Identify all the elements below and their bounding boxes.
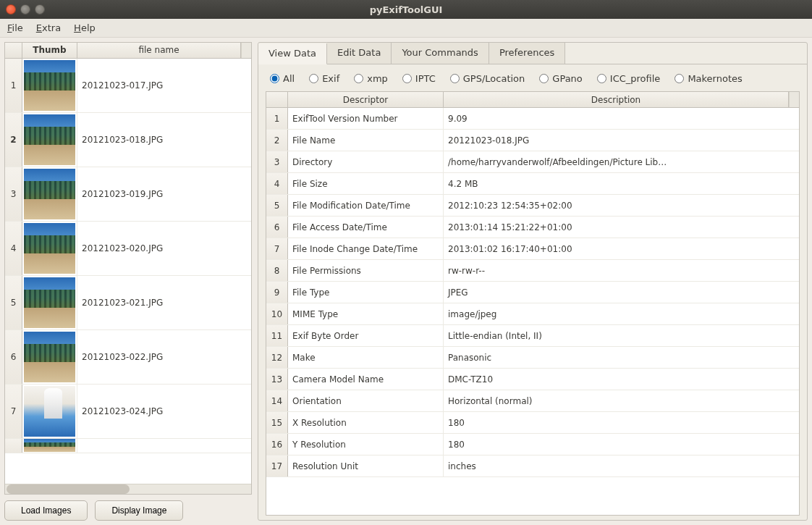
description-cell[interactable]: Panasonic [444,347,799,368]
descriptor-cell[interactable]: File Permissions [288,260,444,281]
thumbnail[interactable] [22,59,77,112]
radio-icon[interactable] [354,74,363,83]
thumbnail[interactable] [22,167,77,221]
description-cell[interactable]: JPEG [444,282,799,303]
thumbnail[interactable] [22,385,77,438]
file-name-cell[interactable]: 20121023-022.JPG [77,330,251,384]
table-row[interactable]: 9File TypeJPEG [266,282,799,303]
tab-your-commands[interactable]: Your Commands [392,43,489,64]
filter-exif[interactable]: Exif [309,73,339,84]
filter-iptc[interactable]: IPTC [402,73,436,84]
thumbnail[interactable] [22,330,77,384]
description-cell[interactable]: 180 [444,434,799,455]
descriptor-cell[interactable]: File Inode Change Date/Time [288,238,444,259]
file-row[interactable]: 320121023-019.JPG [5,167,251,222]
filename-header[interactable]: file name [77,43,241,58]
description-cell[interactable]: 9.09 [444,108,799,129]
description-header[interactable]: Description [444,92,789,107]
description-cell[interactable]: Little-endian (Intel, II) [444,325,799,346]
table-row[interactable]: 2File Name20121023-018.JPG [266,130,799,151]
thumbnail[interactable] [22,276,77,329]
filter-xmp[interactable]: xmp [354,73,388,84]
descriptor-cell[interactable]: Directory [288,151,444,172]
menu-extra[interactable]: Extra [36,22,61,33]
description-cell[interactable]: 2013:01:14 15:21:22+01:00 [444,217,799,238]
table-row[interactable]: 11Exif Byte OrderLittle-endian (Intel, I… [266,325,799,347]
close-icon[interactable] [6,4,16,14]
file-name-cell[interactable]: 20121023-017.JPG [77,59,251,112]
descriptor-cell[interactable]: Orientation [288,390,444,411]
table-row[interactable]: 3Directory/home/harryvanderwolf/Afbeeldi… [266,151,799,173]
thumbnail[interactable] [22,222,77,275]
descriptor-cell[interactable]: File Size [288,173,444,194]
table-row[interactable]: 13Camera Model NameDMC-TZ10 [266,369,799,390]
file-name-cell[interactable]: 20121023-021.JPG [77,276,251,329]
horizontal-scrollbar[interactable] [5,484,251,494]
minimize-icon[interactable] [20,4,30,14]
descriptor-cell[interactable]: MIME Type [288,303,444,324]
table-row[interactable]: 4File Size4.2 MB [266,173,799,195]
file-row[interactable]: 120121023-017.JPG [5,59,251,113]
radio-icon[interactable] [402,74,412,83]
descriptor-cell[interactable]: ExifTool Version Number [288,108,444,129]
table-row[interactable]: 15X Resolution180 [266,412,799,434]
filter-gpano[interactable]: GPano [539,73,583,84]
file-name-cell[interactable] [77,439,251,453]
table-row[interactable]: 8File Permissionsrw-rw-r-- [266,260,799,282]
table-row[interactable]: 10MIME Typeimage/jpeg [266,303,799,325]
radio-icon[interactable] [539,74,549,83]
description-cell[interactable]: image/jpeg [444,303,799,324]
description-cell[interactable]: /home/harryvanderwolf/Afbeeldingen/Pictu… [444,151,799,172]
radio-icon[interactable] [597,74,606,83]
descriptor-cell[interactable]: Y Resolution [288,434,444,455]
table-row[interactable]: 17Resolution Unitinches [266,455,799,477]
file-row[interactable]: 620121023-022.JPG [5,330,251,385]
file-name-cell[interactable]: 20121023-019.JPG [77,167,251,221]
description-cell[interactable]: Horizontal (normal) [444,390,799,411]
radio-icon[interactable] [309,74,318,83]
file-row[interactable]: 420121023-020.JPG [5,222,251,276]
thumb-header[interactable]: Thumb [22,43,77,58]
table-row[interactable]: 14OrientationHorizontal (normal) [266,390,799,412]
file-row[interactable]: 520121023-021.JPG [5,276,251,330]
table-row[interactable]: 1ExifTool Version Number9.09 [266,108,799,130]
thumbnail[interactable] [22,439,77,453]
descriptor-cell[interactable]: File Type [288,282,444,303]
menu-help[interactable]: Help [74,22,96,33]
tab-edit-data[interactable]: Edit Data [327,43,392,64]
filter-icc-profile[interactable]: ICC_profile [597,73,661,84]
filter-gps-location[interactable]: GPS/Location [450,73,525,84]
display-image-button[interactable]: Display Image [95,500,183,521]
tab-preferences[interactable]: Preferences [489,43,565,64]
table-row[interactable]: 7File Inode Change Date/Time2013:01:02 1… [266,238,799,260]
table-row[interactable]: 16Y Resolution180 [266,434,799,455]
descriptor-cell[interactable]: Exif Byte Order [288,325,444,346]
radio-icon[interactable] [450,74,460,83]
file-row[interactable] [5,439,251,453]
description-cell[interactable]: DMC-TZ10 [444,369,799,390]
description-cell[interactable]: 20121023-018.JPG [444,130,799,151]
file-name-cell[interactable]: 20121023-020.JPG [77,222,251,275]
file-list-body[interactable]: 120121023-017.JPG220121023-018.JPG320121… [5,59,251,484]
file-name-cell[interactable]: 20121023-018.JPG [77,113,251,167]
descriptor-header[interactable]: Descriptor [288,92,444,107]
file-name-cell[interactable]: 20121023-024.JPG [77,385,251,438]
file-row[interactable]: 720121023-024.JPG [5,385,251,439]
descriptor-cell[interactable]: X Resolution [288,412,444,433]
radio-icon[interactable] [674,74,684,83]
description-cell[interactable]: rw-rw-r-- [444,260,799,281]
descriptor-cell[interactable]: Resolution Unit [288,455,444,476]
description-cell[interactable]: 2012:10:23 12:54:35+02:00 [444,195,799,216]
descriptor-cell[interactable]: Make [288,347,444,368]
load-images-button[interactable]: Load Images [4,500,88,521]
menu-file[interactable]: File [7,22,23,33]
description-cell[interactable]: 180 [444,412,799,433]
descriptor-cell[interactable]: Camera Model Name [288,369,444,390]
tab-view-data[interactable]: View Data [258,43,327,64]
table-row[interactable]: 12MakePanasonic [266,347,799,369]
description-cell[interactable]: 4.2 MB [444,173,799,194]
thumbnail[interactable] [22,113,77,167]
maximize-icon[interactable] [35,4,45,14]
description-cell[interactable]: inches [444,455,799,476]
descriptor-cell[interactable]: File Access Date/Time [288,217,444,238]
